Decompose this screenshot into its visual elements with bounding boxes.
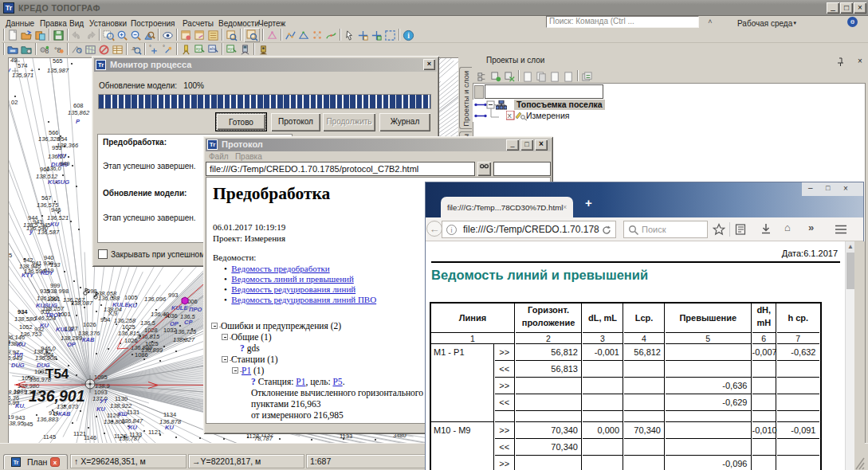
svg-text:949: 949 bbox=[60, 160, 70, 167]
svg-text:KU: KU bbox=[96, 405, 105, 413]
svg-text:КАВ: КАВ bbox=[82, 336, 95, 343]
svg-text:993: 993 bbox=[168, 292, 179, 299]
svg-text:KU: KU bbox=[165, 424, 174, 431]
svg-text:136,883: 136,883 bbox=[37, 416, 59, 423]
svg-text:y: y bbox=[9, 66, 11, 73]
svg-text:RDY: RDY bbox=[41, 269, 54, 276]
svg-text:136,899: 136,899 bbox=[141, 347, 163, 354]
svg-text:1146: 1146 bbox=[84, 434, 96, 441]
svg-text:136,5: 136,5 bbox=[140, 319, 156, 327]
svg-text:ПРО: ПРО bbox=[189, 306, 202, 313]
svg-text:994: 994 bbox=[100, 316, 111, 323]
svg-text:1027: 1027 bbox=[65, 325, 78, 332]
svg-text:938 998: 938 998 bbox=[47, 288, 69, 295]
svg-text:136,725: 136,725 bbox=[175, 328, 197, 335]
svg-text:°: ° bbox=[163, 44, 165, 51]
svg-text:СР: СР bbox=[184, 319, 193, 326]
svg-text:574: 574 bbox=[18, 62, 28, 69]
svg-text:1131: 1131 bbox=[127, 409, 139, 416]
svg-text:135,862: 135,862 bbox=[68, 109, 90, 116]
svg-text:136,17: 136,17 bbox=[48, 153, 67, 160]
svg-text:78,787: 78,787 bbox=[254, 435, 273, 442]
svg-text:934: 934 bbox=[18, 308, 28, 315]
svg-text:°: ° bbox=[149, 44, 151, 51]
svg-text:136,587: 136,587 bbox=[37, 229, 60, 236]
svg-text:DUG: DUG bbox=[11, 362, 25, 369]
svg-text:y: y bbox=[29, 228, 33, 235]
svg-text:608: 608 bbox=[73, 102, 84, 109]
svg-text:1134: 1134 bbox=[163, 411, 176, 418]
svg-text:1121: 1121 bbox=[148, 429, 161, 436]
svg-text:1052: 1052 bbox=[19, 323, 33, 331]
svg-text:1026: 1026 bbox=[83, 321, 96, 328]
svg-text:136,787: 136,787 bbox=[119, 435, 141, 442]
svg-text:KU: KU bbox=[17, 341, 26, 348]
svg-text:146,324: 146,324 bbox=[34, 315, 56, 322]
svg-text:567: 567 bbox=[41, 194, 52, 202]
svg-text:138,366: 138,366 bbox=[57, 142, 79, 149]
svg-text:138,95: 138,95 bbox=[9, 420, 25, 427]
svg-text:136,096: 136,096 bbox=[144, 296, 167, 303]
svg-text:X,9: X,9 bbox=[108, 310, 117, 317]
svg-text:5: 5 bbox=[9, 252, 12, 259]
svg-text:946: 946 bbox=[51, 206, 61, 213]
svg-text:T54: T54 bbox=[45, 366, 69, 382]
svg-text:УТ: УТ bbox=[100, 398, 108, 405]
svg-text:xyz: xyz bbox=[196, 46, 203, 51]
svg-text:KTY: KTY bbox=[22, 272, 34, 279]
svg-text:+: + bbox=[30, 67, 34, 74]
svg-text:1145: 1145 bbox=[43, 433, 56, 441]
svg-text:KU: KU bbox=[50, 221, 59, 228]
svg-text:565: 565 bbox=[53, 58, 63, 65]
svg-text:P: P bbox=[76, 118, 81, 125]
svg-text:КАВ: КАВ bbox=[58, 410, 71, 417]
svg-text:02: 02 bbox=[11, 99, 18, 106]
svg-text:1005: 1005 bbox=[124, 294, 138, 301]
svg-text:KULE: KULE bbox=[112, 301, 129, 308]
svg-text:i: i bbox=[407, 32, 410, 40]
svg-text:135,987: 135,987 bbox=[47, 67, 69, 74]
svg-text:Χ: Χ bbox=[508, 112, 513, 119]
svg-text:KUSUG: KUSUG bbox=[48, 178, 69, 186]
svg-text:138,087: 138,087 bbox=[71, 300, 93, 307]
svg-text:1130: 1130 bbox=[115, 395, 128, 402]
svg-text:136,815: 136,815 bbox=[118, 330, 140, 337]
svg-text:xyz: xyz bbox=[228, 46, 235, 51]
svg-text:138,580: 138,580 bbox=[14, 315, 37, 323]
svg-text:ОР: ОР bbox=[67, 341, 77, 348]
svg-text:1032: 1032 bbox=[163, 327, 177, 334]
svg-text:945: 945 bbox=[23, 421, 33, 428]
svg-text:136,901: 136,901 bbox=[29, 387, 85, 405]
svg-text:136,949: 136,949 bbox=[9, 354, 23, 362]
svg-text:1026: 1026 bbox=[124, 337, 138, 344]
svg-text:138,827: 138,827 bbox=[173, 336, 195, 343]
svg-text:KU: KU bbox=[128, 302, 137, 309]
svg-text:KU.: KU. bbox=[15, 402, 26, 409]
svg-text:964: 964 bbox=[44, 351, 54, 358]
svg-text:KU: KU bbox=[128, 424, 137, 431]
svg-text:136,0: 136,0 bbox=[46, 165, 62, 172]
svg-text:1001: 1001 bbox=[57, 311, 71, 318]
